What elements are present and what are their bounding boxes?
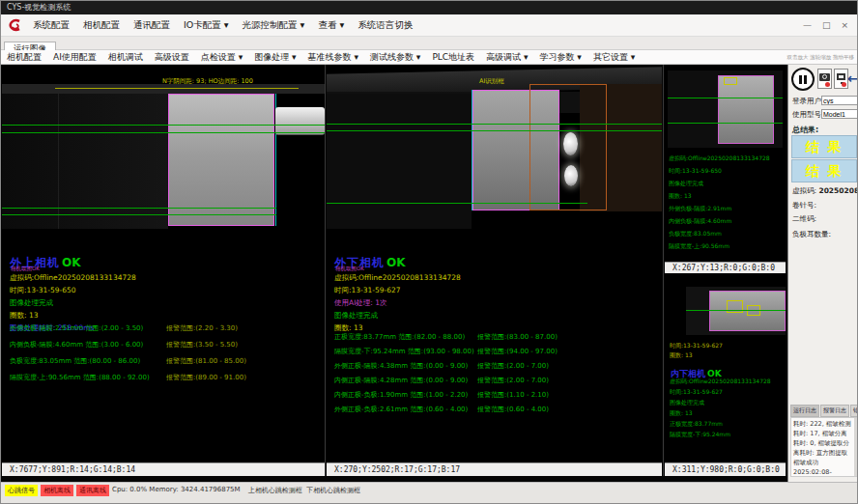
baseline-green-1	[2, 125, 325, 126]
monitor-button[interactable]	[834, 69, 848, 89]
window-controls: — □ ×	[803, 20, 857, 30]
measurement-row: 负极宽度:83.05mm 范围:(80.00 - 86.00) 报警范围:(81…	[10, 356, 323, 373]
login-user-label: 登录用户:	[792, 97, 824, 106]
measurement-value: 隔膜宽度-下:95.24mm 范围:(93.00 - 98.00)	[334, 348, 474, 355]
menu-item-camera-config[interactable]: 相机配置	[76, 19, 127, 32]
menu-item-language[interactable]: 系统语言切换	[351, 19, 419, 32]
run-log-text[interactable]: 耗时: 222, 褶皱检测耗时: 17, 褶皱分离耗时: 0, 褶皱提取分离耗时…	[790, 417, 858, 477]
tool-baseline-params[interactable]: 基准线参数 ▾	[302, 51, 364, 64]
tool-learning-params[interactable]: 学习参数 ▾	[534, 51, 587, 64]
aux-log-block: 虚拟码:Offline20250208133134728 时间:13-31-59…	[670, 376, 771, 439]
camera-subtitle: 相机取图OK	[11, 266, 40, 272]
menu-item-light-config[interactable]: 光源控制配置 ▾	[236, 19, 312, 32]
needle-number-field: 卷针号:	[792, 201, 816, 210]
tool-camera-config[interactable]: 相机配置	[1, 51, 47, 64]
menu-item-view[interactable]: 查看 ▾	[311, 19, 351, 32]
tool-advanced-debug[interactable]: 高级调试 ▾	[480, 51, 533, 64]
toolbar: 相机配置 AI使用配置 相机调试 高级设置 点检设置 ▾ 图像处理 ▾ 基准线参…	[1, 50, 857, 65]
measurement-value: 内侧负极-隔膜:4.60mm 范围:(3.00 - 6.00)	[10, 341, 143, 349]
measurement-value: 负极宽度:83.05mm 范围:(80.00 - 86.00)	[10, 357, 140, 365]
tool-ai-config[interactable]: AI使用配置	[47, 51, 102, 64]
tool-image-processing[interactable]: 图像处理 ▾	[248, 51, 301, 64]
measurement-value: 隔膜宽度-上:90.56mm 范围:(88.00 - 92.00)	[10, 374, 150, 381]
maximize-icon[interactable]: □	[822, 20, 831, 30]
baseline-green-1	[327, 124, 662, 125]
turns-line: 圈数: 13	[10, 311, 136, 321]
menu-item-system-config[interactable]: 系统配置	[26, 19, 76, 32]
tool-advanced-settings[interactable]: 高级设置	[149, 51, 195, 64]
aux-image	[668, 70, 783, 148]
roller	[275, 107, 325, 135]
tab-bar: 运行图像	[1, 37, 857, 50]
log-text-content: 耗时: 222, 褶皱检测耗时: 17, 褶皱分离耗时: 0, 褶皱提取分离耗时…	[793, 420, 852, 477]
left-camera-panel: N字阴间距: 93; HO边间距: 100 外上相机OK 相机取图OK 虚拟码:…	[2, 65, 325, 476]
heartbeat-check-text: 上相机心跳检测框 下相机心跳检测框	[248, 486, 360, 495]
menu-item-comm-config[interactable]: 通讯配置	[127, 19, 177, 32]
aux-bottom-viewport[interactable]: 时间:13-31-59-627 圈数: 13 内下相机OK 虚拟码:Offlin…	[665, 273, 786, 462]
pause-button[interactable]	[791, 68, 815, 91]
log-tab-bar: 运行日志 报警日志 错误日志	[790, 405, 858, 417]
log-tab-run[interactable]: 运行日志	[790, 405, 819, 417]
tool-camera-debug[interactable]: 相机调试	[102, 51, 149, 64]
aux-top-viewport[interactable]: 虚拟码:Offline20250208133134728 时间:13-31-59…	[665, 65, 786, 262]
light-reflection-blob	[564, 165, 578, 186]
menu-item-io-config[interactable]: IO卡配置 ▾	[177, 19, 236, 32]
edge-line-cyan	[472, 90, 472, 210]
baseline-green-2	[2, 132, 325, 133]
model-input[interactable]	[821, 109, 858, 119]
baseline-green-2	[327, 130, 662, 131]
aux-log-line: 虚拟码:Offline20250208133134728	[669, 152, 770, 164]
measurement-value: 外侧正极-负极:2.61mm 范围:(0.60 - 4.00)	[334, 406, 468, 413]
baseline-green-4	[2, 214, 276, 215]
aux-log-line: 图像处理完成	[670, 397, 771, 407]
alarm-range: 报警范围:(2.00 - 7.00)	[477, 376, 549, 385]
qr-code-field: 二维码:	[792, 214, 816, 224]
time-line: 时间:13-31-59-627	[334, 286, 461, 295]
log-tab-alarm[interactable]: 报警日志	[820, 405, 849, 417]
pause-icon	[804, 75, 807, 84]
panel-divider	[325, 65, 326, 476]
light-reflection-blob	[563, 132, 578, 155]
minimize-icon[interactable]: —	[803, 20, 812, 30]
tool-other-settings[interactable]: 其它设置 ▾	[587, 51, 641, 64]
status-bar: 心跳信号 相机离线 通讯离线 Cpu: 0.0% Memory: 3424.41…	[1, 482, 857, 504]
login-user-input[interactable]	[821, 96, 858, 105]
app-window: CYS-视觉检测系统 系统配置 相机配置 通讯配置 IO卡配置 ▾ 光源控制配置…	[0, 0, 858, 504]
process-done-line: 图像处理完成	[10, 298, 136, 308]
camera-capture-button[interactable]	[817, 69, 832, 89]
tool-plc-table[interactable]: PLC地址表	[426, 51, 480, 64]
middle-camera-viewport[interactable]: AI识别框 外下相机OK 相机取图OK 虚拟码:Offline202502081…	[327, 65, 662, 476]
panel-divider	[663, 65, 664, 476]
alarm-range: 报警范围:(83.00 - 87.00)	[477, 332, 558, 342]
baseline-green-3	[327, 203, 587, 204]
left-camera-viewport[interactable]: N字阴间距: 93; HO边间距: 100 外上相机OK 相机取图OK 虚拟码:…	[2, 65, 325, 476]
measurement-row: 内侧正极-隔膜:4.28mm 范围:(0.00 - 9.00) 报警范围:(2.…	[334, 376, 658, 390]
aux-log-block: 虚拟码:Offline20250208133134728 时间:13-31-59…	[669, 152, 770, 252]
alarm-range: 报警范围:(1.10 - 2.10)	[477, 390, 549, 400]
log-tab-error[interactable]: 错误日志	[850, 405, 858, 417]
back-arrow-icon[interactable]: ←	[847, 70, 858, 86]
aux-log-line: 时间:13-31-59-627	[670, 341, 723, 350]
field-label: 二维码:	[792, 214, 816, 223]
toolbar-hint-text: 双击放大 滚轮缩放 拖动平移	[787, 54, 858, 61]
app-logo-icon	[7, 18, 22, 32]
comm-offline-badge: 通讯离线	[76, 485, 109, 496]
aux-log-line: 隔膜宽度-上:90.56mm	[669, 239, 770, 252]
alarm-range: 报警范围:(2.20 - 3.30)	[166, 323, 238, 333]
process-done-line: 图像处理完成	[334, 311, 461, 321]
alarm-range: 报警范围:(81.00 - 85.00)	[166, 356, 246, 366]
result-box-1: 结 果	[791, 135, 857, 158]
field-value: 20250208	[818, 186, 858, 195]
tool-testline-params[interactable]: 测试线参数 ▾	[364, 51, 426, 64]
aux-camera-column: 虚拟码:Offline20250208133134728 时间:13-31-59…	[665, 65, 786, 476]
aux-log-line: 时间:13-31-59-650	[669, 164, 770, 177]
tool-spot-check[interactable]: 点检设置 ▾	[195, 51, 248, 64]
close-icon[interactable]: ×	[841, 20, 848, 30]
monitor-icon	[837, 73, 845, 80]
measurement-row: 正极宽度:83.77mm 范围:(82.00 - 88.00) 报警范围:(83…	[334, 332, 658, 347]
measurement-row: 外侧负极-隔膜:2.91mm 范围:(2.00 - 3.50) 报警范围:(2.…	[10, 323, 323, 340]
measurement-value: 外侧正极-隔膜:4.38mm 范围:(0.00 - 9.00)	[334, 362, 468, 370]
measurement-row: 外侧正极-负极:2.61mm 范围:(0.60 - 4.00) 报警范围:(0.…	[334, 405, 658, 419]
log-scrollbar[interactable]	[854, 418, 857, 476]
battery-cell-region	[168, 94, 274, 226]
